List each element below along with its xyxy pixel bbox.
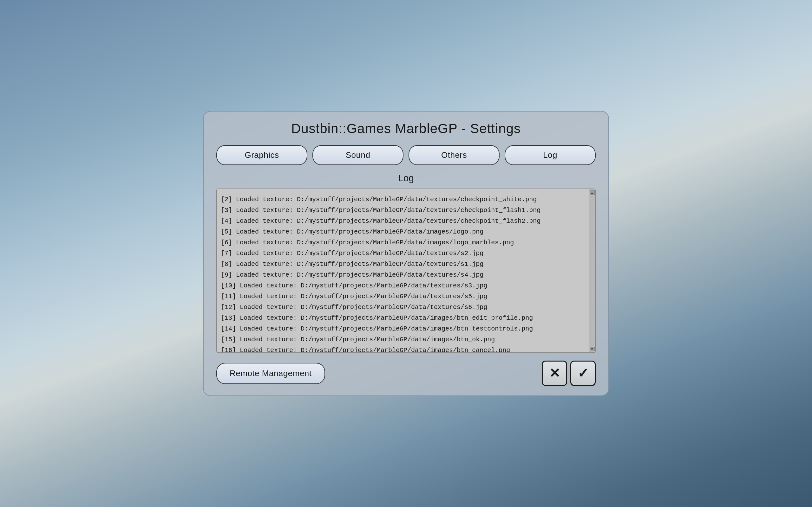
tab-log[interactable]: Log — [505, 145, 596, 165]
action-buttons: ✕ ✓ — [542, 360, 596, 386]
tabs-row: Graphics Sound Others Log — [216, 145, 596, 165]
log-line: [12] Loaded texture: D:/mystuff/projects… — [221, 302, 585, 313]
tab-others[interactable]: Others — [409, 145, 500, 165]
scrollbar-down-arrow[interactable]: ▼ — [590, 347, 595, 351]
log-line: [15] Loaded texture: D:/mystuff/projects… — [221, 334, 585, 345]
log-content[interactable]: [2] Loaded texture: D:/mystuff/projects/… — [217, 189, 589, 352]
ok-button[interactable]: ✓ — [570, 360, 596, 386]
window-title: Dustbin::Games MarbleGP - Settings — [216, 121, 596, 136]
scrollbar-up-arrow[interactable]: ▲ — [590, 190, 595, 195]
log-line: [5] Loaded texture: D:/mystuff/projects/… — [221, 227, 585, 237]
tab-graphics[interactable]: Graphics — [216, 145, 307, 165]
log-line: [11] Loaded texture: D:/mystuff/projects… — [221, 291, 585, 302]
cancel-button[interactable]: ✕ — [542, 360, 567, 386]
remote-management-button[interactable]: Remote Management — [216, 363, 325, 384]
ok-icon: ✓ — [577, 367, 589, 380]
scrollbar-track: ▲ ▼ — [589, 189, 595, 352]
log-line: [14] Loaded texture: D:/mystuff/projects… — [221, 324, 585, 334]
log-line: [6] Loaded texture: D:/mystuff/projects/… — [221, 237, 585, 248]
log-line: [3] Loaded texture: D:/mystuff/projects/… — [221, 205, 585, 216]
log-line: [4] Loaded texture: D:/mystuff/projects/… — [221, 216, 585, 227]
log-line: [7] Loaded texture: D:/mystuff/projects/… — [221, 248, 585, 259]
log-line: [10] Loaded texture: D:/mystuff/projects… — [221, 280, 585, 291]
cancel-icon: ✕ — [549, 367, 560, 380]
log-line: [8] Loaded texture: D:/mystuff/projects/… — [221, 259, 585, 270]
tab-sound[interactable]: Sound — [312, 145, 403, 165]
log-line: [13] Loaded texture: D:/mystuff/projects… — [221, 313, 585, 324]
log-line: [16] Loaded texture: D:/mystuff/projects… — [221, 345, 585, 352]
bottom-row: Remote Management ✕ ✓ — [216, 360, 596, 386]
log-container: [2] Loaded texture: D:/mystuff/projects/… — [216, 188, 596, 353]
log-line: [2] Loaded texture: D:/mystuff/projects/… — [221, 194, 585, 205]
main-panel: Dustbin::Games MarbleGP - Settings Graph… — [203, 111, 609, 396]
section-title: Log — [216, 173, 596, 183]
log-line: [9] Loaded texture: D:/mystuff/projects/… — [221, 270, 585, 280]
